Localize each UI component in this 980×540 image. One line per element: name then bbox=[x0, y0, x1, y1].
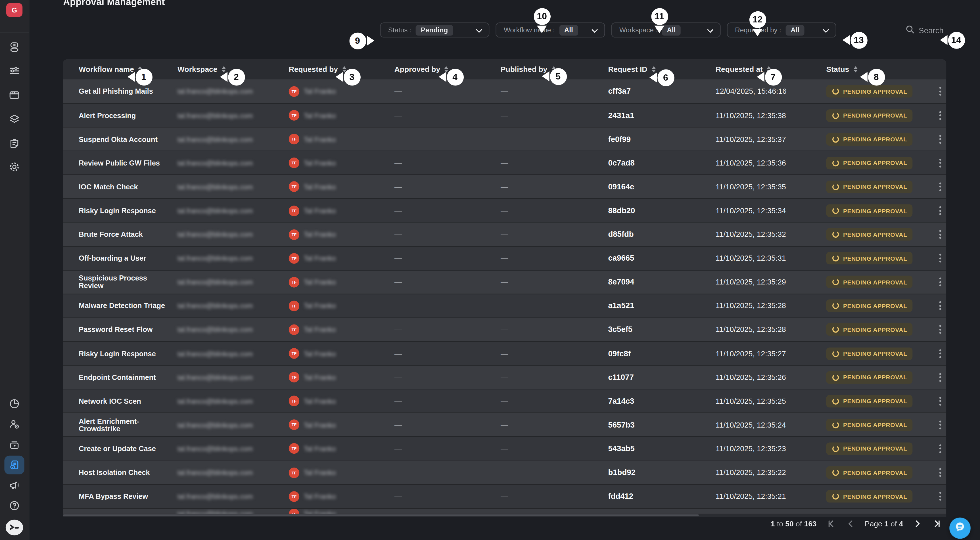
status-badge: PENDING APPROVAL bbox=[826, 466, 913, 479]
sidebar-item-tutorials[interactable] bbox=[0, 435, 29, 454]
cell-published-by: — bbox=[501, 183, 608, 191]
pagination-range: 1 to 50 of 163 bbox=[771, 519, 817, 528]
row-actions-kebab-menu[interactable] bbox=[936, 444, 945, 453]
approvals-table: Workflow name Workspace Requested by App… bbox=[63, 59, 946, 517]
layers-icon bbox=[8, 113, 21, 125]
table-row[interactable]: Get all Phishing Mails tal.franco@blinko… bbox=[63, 79, 946, 103]
user-avatar[interactable] bbox=[5, 519, 24, 535]
filter-workflow-name[interactable]: Workflow name : All bbox=[496, 22, 605, 38]
chat-support-button[interactable] bbox=[949, 518, 970, 539]
table-row[interactable]: Network IOC Scen tal.franco@blinkops.com… bbox=[63, 389, 946, 413]
row-actions-kebab-menu[interactable] bbox=[936, 349, 945, 358]
row-actions-kebab-menu[interactable] bbox=[936, 326, 945, 334]
sidebar-item-workflows[interactable] bbox=[0, 61, 29, 80]
row-actions-kebab-menu[interactable] bbox=[936, 492, 945, 501]
requester-name-redacted: Tal Franko bbox=[304, 254, 336, 262]
cell-workspace-redacted: tal.franco@blinkops.com bbox=[178, 302, 289, 310]
cell-request-id: b1bd92 bbox=[608, 468, 716, 477]
row-actions-kebab-menu[interactable] bbox=[936, 206, 945, 215]
chevron-down-icon bbox=[476, 24, 482, 36]
row-actions-kebab-menu[interactable] bbox=[936, 278, 945, 286]
cell-approved-by: — bbox=[395, 230, 501, 239]
requester-name-redacted: Tal Franko bbox=[304, 231, 336, 238]
row-actions-kebab-menu[interactable] bbox=[936, 397, 945, 405]
annotation-callout-2: 2 bbox=[228, 68, 245, 85]
scrollbar-thumb[interactable] bbox=[63, 514, 699, 516]
sidebar-item-approvals[interactable] bbox=[0, 456, 29, 475]
column-header-approved-by[interactable]: Approved by bbox=[395, 65, 501, 74]
sidebar-item-help[interactable] bbox=[0, 496, 29, 515]
table-row[interactable]: Endpoint Containment tal.franco@blinkops… bbox=[63, 365, 946, 389]
pending-spinner-icon bbox=[832, 397, 839, 405]
table-row[interactable]: Create or Update Case tal.franco@blinkop… bbox=[63, 436, 946, 460]
filter-requested-by[interactable]: Requested by : All bbox=[727, 22, 836, 38]
next-page-button[interactable] bbox=[912, 519, 922, 529]
row-actions-kebab-menu[interactable] bbox=[936, 135, 945, 144]
row-actions-kebab-menu[interactable] bbox=[936, 230, 945, 239]
table-row[interactable]: Alert Processing tal.franco@blinkops.com… bbox=[63, 103, 946, 127]
cell-approved-by: — bbox=[395, 183, 501, 191]
row-actions-kebab-menu[interactable] bbox=[936, 302, 945, 310]
sidebar-item-usage[interactable] bbox=[0, 394, 29, 413]
chevron-down-icon bbox=[591, 24, 598, 36]
cell-approved-by: — bbox=[395, 159, 501, 167]
requester-avatar: TF bbox=[289, 443, 299, 454]
table-row[interactable]: Password Reset Flow tal.franco@blinkops.… bbox=[63, 318, 946, 341]
pending-spinner-icon bbox=[832, 302, 839, 310]
sidebar-item-bot[interactable] bbox=[0, 38, 29, 56]
table-row[interactable]: Brute Force Attack tal.franco@blinkops.c… bbox=[63, 222, 946, 246]
annotation-callout-13: 13 bbox=[850, 32, 867, 48]
table-row[interactable]: Risky Login Response tal.franco@blinkops… bbox=[63, 341, 946, 365]
cell-workspace-redacted: tal.franco@blinkops.com bbox=[178, 326, 289, 333]
table-row[interactable]: Host Isolation Check tal.franco@blinkops… bbox=[63, 460, 946, 484]
cell-requested-by: TF Tal Franko bbox=[289, 372, 395, 383]
approvals-icon bbox=[8, 459, 21, 471]
sidebar-item-window[interactable] bbox=[0, 86, 29, 105]
cell-workflow-name: Alert Enrichment- Crowdstrike bbox=[79, 417, 178, 432]
sidebar-item-layers[interactable] bbox=[0, 109, 29, 128]
requester-name-redacted: Tal Franko bbox=[304, 183, 336, 191]
cell-published-by: — bbox=[501, 230, 608, 239]
pending-spinner-icon bbox=[832, 374, 839, 381]
row-actions-kebab-menu[interactable] bbox=[936, 159, 945, 167]
status-badge: PENDING APPROVAL bbox=[826, 490, 913, 502]
row-actions-kebab-menu[interactable] bbox=[936, 468, 945, 477]
cell-requested-by: TF Tal Franko bbox=[289, 253, 395, 264]
sidebar-item-notes[interactable] bbox=[0, 134, 29, 152]
row-actions-kebab-menu[interactable] bbox=[936, 183, 945, 191]
filter-status[interactable]: Status : Pending bbox=[380, 22, 489, 38]
sidebar-item-announcements[interactable] bbox=[0, 476, 29, 494]
annotation-callout-9: 9 bbox=[349, 32, 366, 49]
table-row[interactable]: IOC Match Check tal.franco@blinkops.com … bbox=[63, 175, 946, 199]
search-input[interactable]: Search bbox=[905, 25, 943, 35]
requester-avatar: TF bbox=[289, 277, 299, 287]
cell-workspace-redacted: tal.franco@blinkops.com bbox=[178, 183, 289, 191]
table-row[interactable]: Off-boarding a User tal.franco@blinkops.… bbox=[63, 246, 946, 270]
table-row[interactable]: Malware Detection Triage tal.franco@blin… bbox=[63, 294, 946, 318]
first-page-button[interactable] bbox=[826, 519, 836, 529]
table-row[interactable]: Review Public GW Files tal.franco@blinko… bbox=[63, 151, 946, 175]
row-actions-kebab-menu[interactable] bbox=[936, 87, 945, 96]
filter-workspace[interactable]: Workspace : All bbox=[611, 22, 721, 38]
requester-name-redacted: Tal Franko bbox=[304, 326, 336, 333]
horizontal-scrollbar[interactable] bbox=[63, 514, 946, 517]
previous-page-button[interactable] bbox=[845, 519, 855, 529]
approval-management-page: G bbox=[0, 0, 980, 540]
table-row[interactable]: MFA Bypass Review tal.franco@blinkops.co… bbox=[63, 484, 946, 508]
filter-workspace-label: Workspace : bbox=[619, 26, 657, 33]
cell-requested-at: 11/10/2025, 12:35:25 bbox=[716, 397, 826, 405]
table-row[interactable]: Alert Enrichment- Crowdstrike tal.franco… bbox=[63, 413, 946, 437]
row-actions-kebab-menu[interactable] bbox=[936, 421, 945, 429]
sidebar-item-settings[interactable] bbox=[0, 157, 29, 176]
row-actions-kebab-menu[interactable] bbox=[936, 254, 945, 263]
table-row[interactable]: Suspicious Process Review tal.franco@bli… bbox=[63, 270, 946, 294]
row-actions-kebab-menu[interactable] bbox=[936, 111, 945, 120]
last-page-button[interactable] bbox=[932, 519, 942, 529]
cell-requested-at: 11/10/2025, 12:35:35 bbox=[716, 183, 826, 191]
sidebar-item-users[interactable] bbox=[0, 415, 29, 434]
row-actions-kebab-menu[interactable] bbox=[936, 373, 945, 382]
app-logo[interactable]: G bbox=[6, 3, 22, 17]
table-row[interactable]: Risky Login Response tal.franco@blinkops… bbox=[63, 199, 946, 222]
table-row[interactable]: Suspend Okta Account tal.franco@blinkops… bbox=[63, 127, 946, 151]
cell-request-id: 5657b3 bbox=[608, 421, 716, 429]
